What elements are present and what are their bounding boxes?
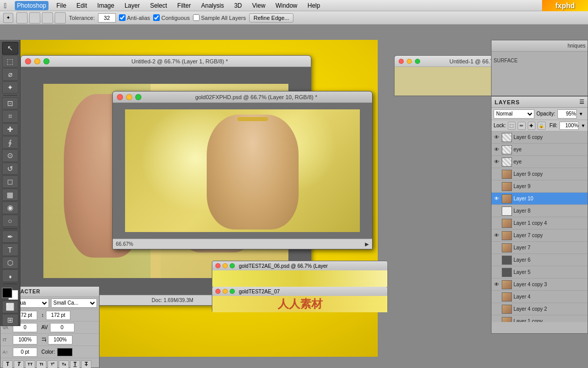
- layer-visibility-icon[interactable]: [493, 208, 500, 215]
- hscale-input[interactable]: [13, 335, 37, 344]
- refine-edge-button[interactable]: Refine Edge...: [249, 13, 294, 22]
- gold-canvas-inner[interactable]: [125, 109, 360, 232]
- crop-tool[interactable]: ⊡: [2, 97, 18, 110]
- add-selection-btn[interactable]: [29, 12, 40, 24]
- history-brush-tool[interactable]: ↺: [2, 163, 18, 175]
- layer-row[interactable]: Layer 1 copy 4: [492, 217, 587, 229]
- underline-btn[interactable]: T: [70, 360, 80, 369]
- menu-select[interactable]: Select: [148, 1, 169, 10]
- layer-row[interactable]: Layer 8: [492, 205, 587, 217]
- magic-wand-tool[interactable]: ✦: [2, 81, 18, 94]
- color-swatch[interactable]: [2, 288, 18, 300]
- zoom-button-gold[interactable]: [135, 94, 141, 100]
- smallcaps-btn[interactable]: Tt: [36, 360, 46, 369]
- minimize-button-gold[interactable]: [126, 94, 132, 100]
- layer-row[interactable]: 👁Layer 7 copy: [492, 229, 587, 242]
- lock-pixels-btn[interactable]: ✏: [518, 122, 525, 130]
- blend-mode-select[interactable]: Normal: [494, 109, 534, 119]
- super-btn[interactable]: T²: [47, 360, 58, 369]
- layer-visibility-icon[interactable]: [493, 257, 500, 264]
- layer-visibility-icon[interactable]: 👁: [493, 158, 500, 166]
- healing-tool[interactable]: ✚: [2, 123, 18, 136]
- layer-visibility-icon[interactable]: [493, 171, 500, 178]
- layer-row[interactable]: Layer 9 copy: [492, 168, 587, 180]
- layer-visibility-icon[interactable]: [493, 220, 500, 227]
- layer-row[interactable]: Layer 6: [492, 254, 587, 266]
- allcaps-btn[interactable]: TT: [25, 360, 35, 369]
- layer-row[interactable]: 👁Layer 4 copy 3: [492, 279, 587, 291]
- antialias-checkbox[interactable]: [119, 14, 126, 21]
- menu-help[interactable]: Help: [305, 1, 322, 10]
- close-goldtest2[interactable]: [215, 289, 220, 294]
- bold-btn[interactable]: T: [3, 360, 13, 369]
- subtract-selection-btn[interactable]: [42, 12, 53, 24]
- lasso-tool[interactable]: ⌀: [2, 68, 18, 81]
- italic-btn[interactable]: T: [14, 360, 24, 369]
- zoom-goldtest1[interactable]: [230, 263, 235, 268]
- close-button-untitled1[interactable]: [399, 59, 404, 64]
- layer-visibility-icon[interactable]: [493, 244, 500, 251]
- layer-row[interactable]: Layer 1 copy: [492, 315, 587, 322]
- layer-visibility-icon[interactable]: 👁: [493, 195, 500, 202]
- menu-window[interactable]: Window: [274, 1, 300, 10]
- font-style-select[interactable]: Small Ca...: [51, 298, 97, 308]
- close-button-untitled2[interactable]: [25, 58, 31, 64]
- menu-3d[interactable]: 3D: [232, 1, 244, 10]
- layer-visibility-icon[interactable]: 👁: [493, 146, 500, 153]
- layer-row[interactable]: Layer 9: [492, 180, 587, 193]
- layer-row[interactable]: Layer 4 copy 2: [492, 303, 587, 315]
- new-selection-btn[interactable]: [16, 12, 28, 24]
- move-tool[interactable]: ↖: [2, 42, 18, 55]
- layer-row[interactable]: Layer 4: [492, 291, 587, 303]
- pen-tool[interactable]: ✒: [2, 231, 18, 243]
- sample-all-checkbox[interactable]: [193, 14, 200, 21]
- foreground-color-swatch[interactable]: [2, 288, 12, 298]
- menu-layer[interactable]: Layer: [122, 1, 142, 10]
- vscale-input[interactable]: [48, 335, 72, 344]
- wand-tool-icon[interactable]: ✦: [3, 13, 13, 23]
- layer-visibility-icon[interactable]: [493, 318, 500, 323]
- marquee-tool[interactable]: ⬚: [2, 55, 18, 68]
- layer-visibility-icon[interactable]: [493, 306, 500, 313]
- fill-input[interactable]: [559, 122, 579, 130]
- layer-visibility-icon[interactable]: 👁: [493, 134, 500, 141]
- close-button-gold[interactable]: [117, 94, 123, 100]
- intersect-selection-btn[interactable]: [55, 12, 66, 24]
- goldtest1-content[interactable]: [212, 270, 387, 287]
- layer-row[interactable]: 👁eye: [492, 156, 587, 168]
- opacity-input[interactable]: [557, 109, 577, 119]
- apple-menu-icon[interactable]: : [4, 2, 7, 10]
- menu-edit[interactable]: Edit: [75, 1, 89, 10]
- layer-row[interactable]: 👁Layer 10: [492, 193, 587, 205]
- layer-visibility-icon[interactable]: [493, 269, 500, 276]
- menu-image[interactable]: Image: [95, 1, 116, 10]
- layer-row[interactable]: 👁eye: [492, 144, 587, 156]
- sub-btn[interactable]: T₂: [59, 360, 69, 369]
- min-goldtest2[interactable]: [223, 289, 228, 294]
- layers-menu-icon[interactable]: ☰: [579, 99, 584, 105]
- layer-row[interactable]: Layer 7: [492, 242, 587, 254]
- menu-file[interactable]: File: [55, 1, 68, 10]
- screen-mode-tool[interactable]: ⊞: [2, 314, 18, 327]
- clone-tool[interactable]: ⊙: [2, 149, 18, 162]
- leading-input[interactable]: [46, 311, 70, 320]
- minimize-button-untitled1[interactable]: [407, 59, 412, 64]
- color-picker[interactable]: [57, 348, 72, 356]
- tolerance-input[interactable]: [98, 13, 116, 22]
- layer-visibility-icon[interactable]: 👁: [493, 281, 500, 288]
- gold-canvas[interactable]: [113, 103, 372, 239]
- brush-tool[interactable]: ∮: [2, 136, 18, 149]
- zoom-goldtest2[interactable]: [230, 289, 235, 294]
- menu-view[interactable]: View: [250, 1, 267, 10]
- gradient-tool[interactable]: ▦: [2, 189, 18, 201]
- lock-position-btn[interactable]: ✚: [528, 122, 535, 130]
- quick-mask-tool[interactable]: ⬜: [2, 301, 18, 313]
- goldtest2-content[interactable]: 人人素材: [212, 296, 387, 312]
- contiguous-checkbox[interactable]: [153, 14, 160, 21]
- eyedropper-tool[interactable]: ⌗: [2, 110, 18, 123]
- eraser-tool[interactable]: ◻: [2, 175, 18, 188]
- layer-visibility-icon[interactable]: 👁: [493, 232, 500, 239]
- type-tool[interactable]: T: [2, 243, 18, 256]
- lock-transparent-btn[interactable]: ⬚: [508, 122, 516, 130]
- strikethrough-btn[interactable]: T: [81, 360, 91, 369]
